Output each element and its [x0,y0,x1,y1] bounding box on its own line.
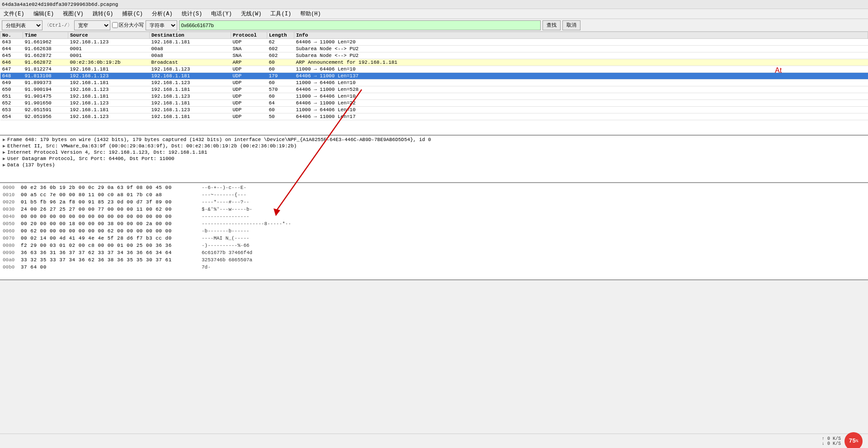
packet-source: 192.168.1.123 [68,113,150,120]
menu-capture[interactable]: 捕获(C) [120,10,145,18]
packet-time: 91.813108 [23,73,68,80]
packet-time: 91.662638 [23,46,68,52]
filter-group-select[interactable]: 分组列表 分组详情 分组字节 [2,20,42,30]
packet-info: Subarea Node <--> PU2 [294,46,868,52]
filter-value-input[interactable] [179,20,541,30]
table-row[interactable]: 65191.901475192.168.1.181192.168.1.123UD… [0,93,868,100]
table-row[interactable]: 65492.051956192.168.1.123192.168.1.181UD… [0,113,868,120]
detail-text: User Datagram Protocol, Src Port: 64406,… [7,156,175,161]
packet-table: No. Time Source Destination Protocol Len… [0,32,868,120]
title-text: 64da3a4a1e024d198dfa307299963b6d.pcapng [2,2,118,7]
menu-stats[interactable]: 统计(S) [180,10,204,18]
packet-source: 192.168.1.123 [68,100,150,107]
packet-len: 179 [267,73,294,80]
hex-ascii: ···~·······{··· [202,191,246,198]
filter-type-select[interactable]: 字符串 十六进制 正则 [146,20,177,30]
expand-icon[interactable]: ▶ [3,150,5,155]
expand-icon[interactable]: ▶ [3,156,5,161]
table-row[interactable]: 64391.661962192.168.1.123192.168.1.181UD… [0,39,868,46]
packet-dest: 192.168.1.181 [150,113,231,120]
find-button[interactable]: 查找 [542,20,561,30]
menu-bar: 文件(E) 编辑(E) 视图(V) 跳转(G) 捕获(C) 分析(A) 统计(S… [0,9,868,19]
packet-source: 0001 [68,52,150,59]
table-row[interactable]: 64691.66287200:e2:36:0b:19:2bBroadcastAR… [0,59,868,66]
packet-info: 11000 → 64406 Len=10 [294,93,868,100]
packet-time: 91.899373 [23,80,68,86]
packet-source: 00:e2:36:0b:19:2b [68,59,150,66]
detail-row[interactable]: ▶Ethernet II, Src: VMware_0a:63:9f (00:0… [0,143,868,149]
hex-offset: 0080 [3,242,21,249]
table-row[interactable]: 64991.899373192.168.1.181192.168.1.123UD… [0,80,868,86]
menu-goto[interactable]: 跳转(G) [91,10,115,18]
packet-dest: Broadcast [150,59,231,66]
menu-phone[interactable]: 电话(Y) [209,10,234,18]
col-info[interactable]: Info [294,32,868,39]
packet-len: 602 [267,46,294,52]
table-row[interactable]: 64791.812274192.168.1.181192.168.1.123UD… [0,66,868,73]
hex-offset: 0000 [3,184,21,191]
packet-proto: UDP [231,100,267,107]
packet-len: 60 [267,93,294,100]
hex-ascii: 6c61677b 37466f4d [202,249,252,256]
table-row[interactable]: 64491.662638000100a8SNA602Subarea Node <… [0,46,868,52]
case-sensitive-checkbox[interactable] [112,22,118,28]
packet-dest: 192.168.1.181 [150,73,231,80]
packet-list[interactable]: No. Time Source Destination Protocol Len… [0,32,868,136]
col-length[interactable]: Length [267,32,294,39]
hex-row: 00b0 37 64 00 7d· [0,264,868,271]
table-row[interactable]: 65392.051591192.168.1.181192.168.1.123UD… [0,107,868,113]
detail-row[interactable]: ▶Internet Protocol Version 4, Src: 192.1… [0,149,868,156]
hex-offset: 0010 [3,191,21,198]
expand-icon[interactable]: ▶ [3,143,5,149]
menu-help[interactable]: 帮助(H) [298,10,323,18]
packet-info: Subarea Node <--> PU2 [294,52,868,59]
hex-ascii: ·b·······b······ [202,227,250,235]
hex-row: 00a0 33 32 35 33 37 34 36 62 36 38 36 35… [0,256,868,264]
col-time[interactable]: Time [23,32,68,39]
table-row[interactable]: 65291.901650192.168.1.123192.168.1.181UD… [0,100,868,107]
hex-bytes: 00 02 14 00 4d 41 49 4e 4e 5f 28 d6 f7 b… [21,235,202,242]
menu-file[interactable]: 文件(E) [2,10,26,18]
menu-wireless[interactable]: 无线(W) [239,10,264,18]
cancel-button[interactable]: 取消 [562,20,580,30]
download-stat: ↓ 0 K/S [822,441,841,446]
packet-source: 192.168.1.181 [68,80,150,86]
filter-width-select[interactable]: 宽窄 宽 窄 [74,20,110,30]
packet-details[interactable]: ▶Frame 648: 179 bytes on wire (1432 bits… [0,136,868,183]
table-row[interactable]: 65091.900194192.168.1.123192.168.1.181UD… [0,86,868,93]
packet-proto: UDP [231,107,267,113]
hex-row: 0050 00 20 00 00 00 18 00 00 00 38 00 00… [0,220,868,227]
hex-ascii: ·)··········%·66 [202,242,250,249]
col-destination[interactable]: Destination [150,32,231,39]
menu-edit[interactable]: 编辑(E) [32,10,56,18]
hex-dump[interactable]: 0000 00 e2 36 0b 19 2b 00 0c 29 0a 63 9f… [0,183,868,280]
menu-analyze[interactable]: 分析(A) [150,10,175,18]
col-source[interactable]: Source [68,32,150,39]
hex-bytes: 00 62 00 00 00 00 00 00 00 62 00 00 00 0… [21,227,202,235]
hex-row: 0090 36 63 36 31 36 37 37 62 33 37 34 36… [0,249,868,256]
packet-time: 92.051591 [23,107,68,113]
packet-proto: UDP [231,113,267,120]
packet-len: 60 [267,66,294,73]
col-protocol[interactable]: Protocol [231,32,267,39]
packet-source: 192.168.1.181 [68,66,150,73]
table-row[interactable]: 64891.813108192.168.1.123192.168.1.181UD… [0,73,868,80]
packet-len: 60 [267,59,294,66]
hex-bytes: 00 a5 cc 7e 00 00 80 11 00 c0 a8 01 7b c… [21,191,202,198]
packet-source: 192.168.1.181 [68,93,150,100]
detail-row[interactable]: ▶Data (137 bytes) [0,162,868,168]
col-no[interactable]: No. [0,32,23,39]
expand-icon[interactable]: ▶ [3,162,5,168]
packet-len: 64 [267,100,294,107]
hex-row: 0000 00 e2 36 0b 19 2b 00 0c 29 0a 63 9f… [0,184,868,191]
hex-ascii: ····*····#···?·· [202,198,250,206]
detail-row[interactable]: ▶Frame 648: 179 bytes on wire (1432 bits… [0,137,868,143]
detail-row[interactable]: ▶User Datagram Protocol, Src Port: 64406… [0,156,868,162]
table-row[interactable]: 64591.662872000100a8SNA602Subarea Node <… [0,52,868,59]
hex-bytes: 24 00 26 27 25 27 00 00 77 00 00 00 11 0… [21,206,202,213]
hex-offset: 0070 [3,235,21,242]
expand-icon[interactable]: ▶ [3,137,5,142]
menu-tools[interactable]: 工具(I) [269,10,293,18]
menu-view[interactable]: 视图(V) [61,10,85,18]
hex-offset: 0040 [3,213,21,220]
